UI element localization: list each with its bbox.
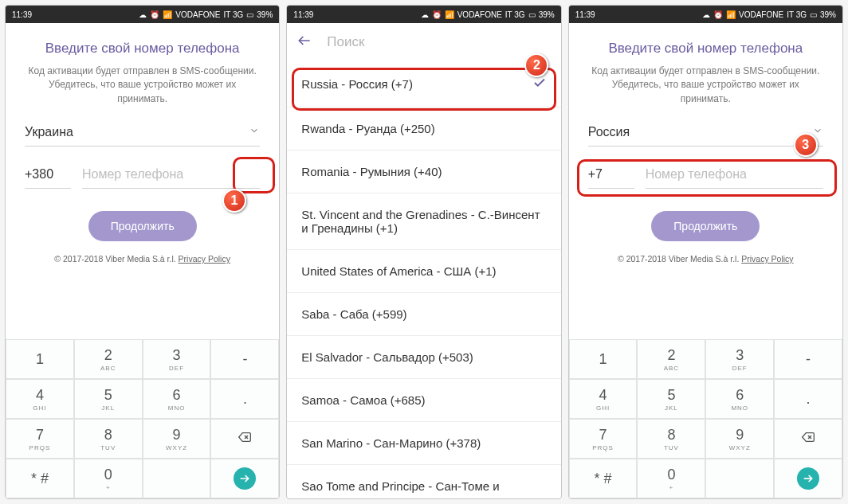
key-3[interactable]: 3DEF <box>705 339 774 379</box>
status-bar: 11:39 ☁ ⏰ 📶 VODAFONE IT 3G ▭ 39% <box>287 6 560 23</box>
arrow-right-icon <box>234 467 256 490</box>
key-[interactable]: . <box>210 379 279 419</box>
status-time: 11:39 <box>12 10 32 19</box>
backspace-icon <box>236 431 253 447</box>
screen-2-search-country: 11:39 ☁ ⏰ 📶 VODAFONE IT 3G ▭ 39% Поиск R… <box>286 5 561 499</box>
go-key[interactable] <box>210 459 279 498</box>
country-dropdown[interactable]: Россия <box>588 120 823 147</box>
status-battery: 39% <box>539 10 555 19</box>
country-item[interactable]: Samoa - Самоа (+685) <box>287 379 560 422</box>
cloud-icon: ☁ <box>139 10 147 19</box>
battery-icon: ▭ <box>246 10 253 19</box>
numeric-keypad: 12ABC3DEF-4GHI5JKL6MNO.7PRQS8TUV9WXYZ* #… <box>569 339 842 498</box>
battery-icon: ▭ <box>810 10 817 19</box>
status-bar: 11:39 ☁ ⏰ 📶 VODAFONE IT 3G ▭ 39% <box>569 6 842 23</box>
country-selected: Россия <box>588 125 630 139</box>
copyright-text: © 2017-2018 Viber Media S.à r.l. <box>618 254 739 264</box>
screen-3-enter-phone-russia: 11:39 ☁ ⏰ 📶 VODAFONE IT 3G ▭ 39% Введите… <box>568 5 843 499</box>
country-item[interactable]: El Salvador - Сальвадор (+503) <box>287 336 560 379</box>
country-item[interactable]: Sao Tome and Principe - Сан-Томе и <box>287 465 560 498</box>
status-battery: 39% <box>820 10 836 19</box>
country-dropdown[interactable]: Украина <box>25 120 260 147</box>
phone-number-input[interactable]: Номер телефона <box>646 162 823 189</box>
empty-key <box>143 459 211 498</box>
wifi-icon: 📶 <box>445 10 454 19</box>
privacy-policy-link[interactable]: Privacy Policy <box>741 254 793 264</box>
key-[interactable]: * # <box>569 459 638 498</box>
status-net: IT 3G <box>505 10 525 19</box>
country-code[interactable]: +7 <box>588 162 634 189</box>
search-input[interactable]: Поиск <box>327 34 551 50</box>
cloud-icon: ☁ <box>702 10 710 19</box>
battery-icon: ▭ <box>528 10 536 19</box>
key-[interactable]: * # <box>6 459 74 498</box>
key-8[interactable]: 8TUV <box>74 419 143 459</box>
status-carrier: VODAFONE <box>175 10 220 19</box>
alarm-icon: ⏰ <box>150 10 159 19</box>
continue-button[interactable]: Продолжить <box>651 211 760 241</box>
empty-key <box>705 459 774 498</box>
key-6[interactable]: 6MNO <box>143 379 211 419</box>
page-subtext: Код активации будет отправлен в SMS-сооб… <box>588 64 823 106</box>
alarm-icon: ⏰ <box>432 10 442 19</box>
country-item[interactable]: Rwanda - Руанда (+250) <box>287 107 560 150</box>
country-item[interactable]: Romania - Румыния (+40) <box>287 150 560 193</box>
country-selected: Украина <box>25 125 73 139</box>
copyright-text: © 2017-2018 Viber Media S.à r.l. <box>54 254 175 264</box>
cloud-icon: ☁ <box>421 10 429 19</box>
chevron-down-icon <box>249 125 260 139</box>
key-0[interactable]: 0+ <box>637 459 705 498</box>
key-9[interactable]: 9WXYZ <box>705 419 774 459</box>
step-badge-3: 3 <box>794 133 818 157</box>
key-4[interactable]: 4GHI <box>569 379 638 419</box>
status-carrier: VODAFONE <box>739 10 783 19</box>
key-7[interactable]: 7PRQS <box>569 419 638 459</box>
status-carrier: VODAFONE <box>457 10 502 19</box>
page-subtext: Код активации будет отправлен в SMS-сооб… <box>25 64 260 106</box>
key-0[interactable]: 0+ <box>74 459 143 498</box>
backspace-key[interactable] <box>210 419 279 459</box>
backspace-key[interactable] <box>774 419 842 459</box>
key-[interactable]: - <box>210 339 279 379</box>
go-key[interactable] <box>774 459 842 498</box>
status-bar: 11:39 ☁ ⏰ 📶 VODAFONE IT 3G ▭ 39% <box>6 6 279 23</box>
status-time: 11:39 <box>293 10 313 19</box>
key-8[interactable]: 8TUV <box>637 419 705 459</box>
screen-1-enter-phone: 11:39 ☁ ⏰ 📶 VODAFONE IT 3G ▭ 39% Введите… <box>5 5 280 499</box>
key-[interactable]: . <box>774 379 842 419</box>
privacy-policy-link[interactable]: Privacy Policy <box>179 254 230 264</box>
back-arrow-icon[interactable] <box>296 33 312 52</box>
continue-button[interactable]: Продолжить <box>88 211 197 241</box>
key-2[interactable]: 2ABC <box>74 339 143 379</box>
country-item[interactable]: United States of America - США (+1) <box>287 250 560 293</box>
step-badge-1: 1 <box>222 189 246 213</box>
key-9[interactable]: 9WXYZ <box>143 419 211 459</box>
phone-number-input[interactable]: Номер телефона <box>82 162 260 189</box>
country-item[interactable]: Saba - Саба (+599) <box>287 293 560 336</box>
search-bar: Поиск <box>287 23 560 61</box>
page-title: Введите свой номер телефона <box>588 41 823 57</box>
country-item-russia[interactable]: Russia - Россия (+7) <box>287 61 560 107</box>
key-7[interactable]: 7PRQS <box>6 419 74 459</box>
status-net: IT 3G <box>223 10 243 19</box>
country-item[interactable]: St. Vincent and the Grenadines - С.-Винс… <box>287 193 560 250</box>
key-4[interactable]: 4GHI <box>6 379 74 419</box>
key-6[interactable]: 6MNO <box>705 379 774 419</box>
alarm-icon: ⏰ <box>713 10 723 19</box>
country-code[interactable]: +380 <box>25 162 71 189</box>
country-item[interactable]: San Marino - Сан-Марино (+378) <box>287 422 560 465</box>
country-list[interactable]: Russia - Россия (+7) Rwanda - Руанда (+2… <box>287 61 560 498</box>
key-2[interactable]: 2ABC <box>637 339 705 379</box>
backspace-icon <box>799 431 817 447</box>
key-[interactable]: - <box>774 339 842 379</box>
key-5[interactable]: 5JKL <box>74 379 143 419</box>
key-5[interactable]: 5JKL <box>637 379 705 419</box>
key-3[interactable]: 3DEF <box>143 339 211 379</box>
wifi-icon: 📶 <box>163 10 172 19</box>
numeric-keypad: 12ABC3DEF-4GHI5JKL6MNO.7PRQS8TUV9WXYZ* #… <box>6 339 279 498</box>
key-1[interactable]: 1 <box>6 339 74 379</box>
status-battery: 39% <box>257 10 273 19</box>
arrow-right-icon <box>797 467 819 490</box>
status-time: 11:39 <box>575 10 595 19</box>
key-1[interactable]: 1 <box>569 339 638 379</box>
